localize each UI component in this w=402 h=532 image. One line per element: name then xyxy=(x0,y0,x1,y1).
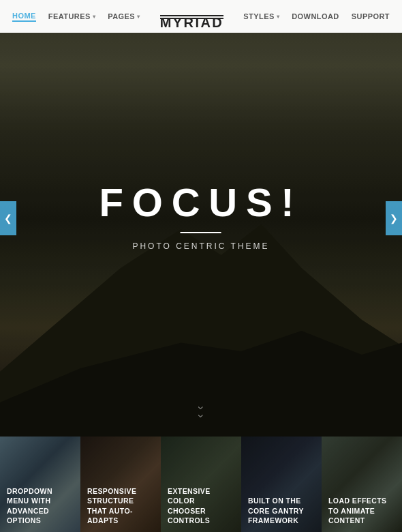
navbar: HOME FEATURES ▾ PAGES ▾ MYRIAD STYLES ▾ … xyxy=(0,0,402,33)
chevron-down-double-icon: › › xyxy=(199,402,202,422)
card-dropdown-menu[interactable]: DROPDOWN MENU WITH ADVANCED OPTIONS xyxy=(0,437,80,532)
nav-label-styles: STYLES xyxy=(243,12,274,20)
nav-label-features: FEATURES xyxy=(48,12,91,20)
nav-item-support[interactable]: SUPPORT xyxy=(352,12,390,20)
hero-divider xyxy=(181,232,221,233)
chevron-left-icon: ❮ xyxy=(4,213,12,224)
scroll-down-indicator[interactable]: › › xyxy=(199,402,202,422)
card-label-5: LOAD EFFECTS TO ANIMATE CONTENT xyxy=(322,489,402,532)
slider-prev-button[interactable]: ❮ xyxy=(0,201,16,235)
hero-subtitle: PHOTO CENTRIC THEME xyxy=(99,241,303,251)
card-responsive-structure[interactable]: RESPONSIVE STRUCTURE THAT AUTO-ADAPTS xyxy=(80,437,161,532)
nav-item-download[interactable]: DOWNLOAD xyxy=(292,12,339,20)
feature-cards-row: DROPDOWN MENU WITH ADVANCED OPTIONS RESP… xyxy=(0,437,402,532)
nav-item-features[interactable]: FEATURES ▾ xyxy=(48,12,95,20)
slider-next-button[interactable]: ❯ xyxy=(386,201,402,235)
hero-section: ❮ ❯ FOCUS! PHOTO CENTRIC THEME › › xyxy=(0,0,402,437)
nav-right: STYLES ▾ DOWNLOAD SUPPORT xyxy=(243,12,390,20)
card-label-3: EXTENSIVE COLOR CHOOSER CONTROLS xyxy=(161,479,241,532)
chevron-right-icon: ❯ xyxy=(390,213,398,224)
card-label-2: RESPONSIVE STRUCTURE THAT AUTO-ADAPTS xyxy=(80,479,161,532)
nav-item-styles[interactable]: STYLES ▾ xyxy=(243,12,279,20)
card-color-chooser[interactable]: EXTENSIVE COLOR CHOOSER CONTROLS xyxy=(161,437,241,532)
card-label-4: BUILT ON THE CORE GANTRY FRAMEWORK xyxy=(241,489,322,532)
card-load-effects[interactable]: LOAD EFFECTS TO ANIMATE CONTENT xyxy=(322,437,402,532)
hero-title: FOCUS! xyxy=(99,183,303,222)
hero-content: FOCUS! PHOTO CENTRIC THEME xyxy=(99,183,303,251)
site-logo[interactable]: MYRIAD xyxy=(160,14,223,19)
nav-item-home[interactable]: HOME xyxy=(12,12,36,22)
chevron-down-icon: ▾ xyxy=(137,14,140,20)
chevron-down-icon: ▾ xyxy=(277,14,279,20)
card-label-1: DROPDOWN MENU WITH ADVANCED OPTIONS xyxy=(0,479,80,532)
nav-item-pages[interactable]: PAGES ▾ xyxy=(108,12,140,20)
card-gantry-framework[interactable]: BUILT ON THE CORE GANTRY FRAMEWORK xyxy=(241,437,322,532)
nav-left: HOME FEATURES ▾ PAGES ▾ xyxy=(12,12,140,22)
nav-label-pages: PAGES xyxy=(108,12,135,20)
chevron-down-icon: ▾ xyxy=(93,14,95,20)
